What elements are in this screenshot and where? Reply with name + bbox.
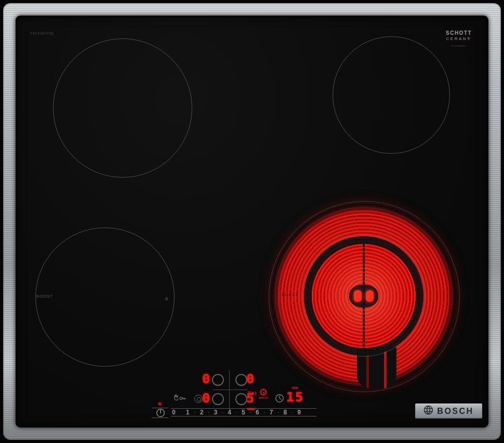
slider-level-1[interactable]: 1 [186, 409, 190, 416]
zone-rear-right [333, 36, 450, 154]
slider-level-0[interactable]: 0 [172, 409, 176, 416]
timer-display: 15 [286, 391, 304, 404]
model-number: PKF645FP3E [30, 32, 54, 35]
zone-map-divider-horizontal [213, 390, 248, 390]
bosch-logo-badge: BOSCH [415, 404, 482, 419]
zone-front-left [35, 227, 175, 367]
element-center-glow-left [354, 290, 362, 302]
radiant-heating-element [271, 204, 456, 388]
slider-separator: · [235, 410, 237, 415]
front-left-level-display: 0 [202, 392, 210, 405]
schott-line3: HIGHSPEED [446, 45, 472, 47]
slider-level-9[interactable]: 9 [297, 409, 301, 416]
slider-bottom-line [171, 416, 316, 417]
double-chevron-up-icon: » [162, 297, 170, 301]
slider-separator: · [222, 410, 223, 415]
rear-left-level-display: 0 [202, 372, 210, 385]
slider-level-6[interactable]: 6 [256, 409, 259, 416]
slider-separator: · [194, 410, 195, 415]
boost-indicator-icon[interactable] [260, 389, 267, 395]
front-right-zone-select-key[interactable] [235, 393, 247, 405]
element-inner-coil [312, 244, 416, 348]
dual-zone-select-icon[interactable] [194, 395, 203, 403]
slider-separator: · [249, 410, 251, 415]
slider-separator: · [291, 410, 293, 415]
bosch-emblem-icon [423, 405, 433, 417]
child-lock-icon[interactable] [173, 393, 187, 404]
slider-level-4[interactable]: 4 [228, 409, 231, 416]
rear-right-zone-select-key[interactable] [235, 374, 247, 386]
schott-ceran-logo: SCHOTT CERAN® HIGHSPEED [446, 30, 472, 47]
rear-left-zone-select-key[interactable] [212, 374, 224, 386]
cooktop: BOOST » BOOST 0 0 0 [0, 0, 504, 443]
slider-level-5[interactable]: 5 [242, 409, 245, 416]
zone-rear-left [53, 38, 192, 178]
schott-line2: CERAN® [446, 36, 472, 41]
slider-level-3[interactable]: 3 [214, 409, 217, 416]
rear-right-level-display: 0 [246, 372, 254, 385]
front-left-zone-select-key[interactable] [212, 393, 224, 405]
front-left-boost-label: BOOST [36, 294, 53, 299]
power-button[interactable] [156, 408, 165, 420]
slider-level-2[interactable]: 2 [200, 409, 204, 416]
element-center-glow-right [366, 290, 374, 302]
front-right-boost-label: BOOST [282, 292, 298, 297]
slider-separator: · [263, 410, 265, 415]
slider-separator: · [208, 410, 209, 415]
power-level-slider[interactable]: 0·1·2·3·4·5·6·7·8·9 [172, 409, 301, 416]
boost-indicator-label: BOOST [256, 397, 271, 399]
power-pilot-light [158, 402, 161, 405]
timer-unit-label: min [291, 386, 298, 390]
element-center-hub [349, 285, 378, 307]
timer-clock-icon[interactable] [275, 394, 284, 405]
schott-line1: SCHOTT [446, 30, 472, 36]
slider-level-8[interactable]: 8 [284, 409, 287, 416]
slider-separator: · [277, 410, 279, 415]
zone-map-divider-vertical [229, 370, 230, 410]
bosch-wordmark: BOSCH [437, 407, 473, 416]
slider-level-7[interactable]: 7 [270, 409, 273, 416]
